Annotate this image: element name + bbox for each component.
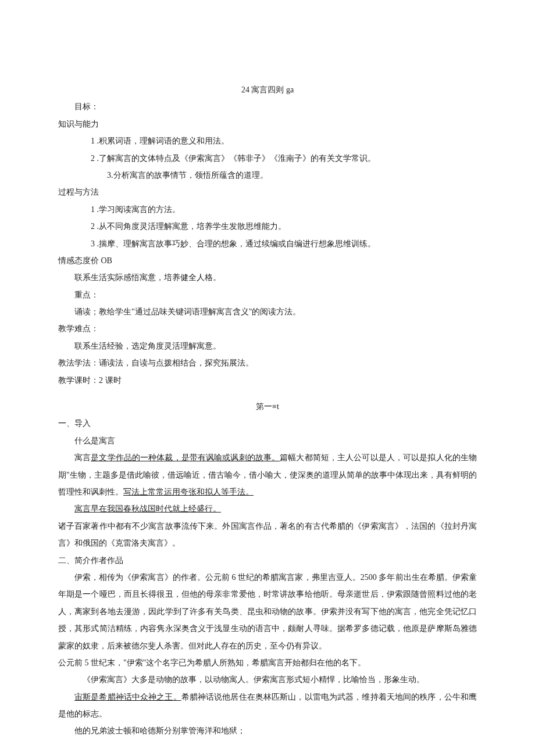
emotion-text: 联系生活实际感悟寓意，培养健全人格。: [58, 269, 477, 286]
knowledge-item: 3.分析寓言的故事情节，领悟所蕴含的道理。: [58, 167, 477, 184]
author-paragraph: 《伊索寓言》大多是动物的故事，以动物寓人。伊索寓言形式短小精悍，比喻恰当，形象生…: [58, 671, 477, 688]
section-knowledge-heading: 知识与能力: [58, 116, 477, 132]
author-label: 二、简介作者作品: [58, 552, 477, 569]
underline-text: 宙斯是希腊神话中众神之王。: [74, 693, 181, 701]
focus-label: 重点：: [58, 286, 477, 303]
process-item: 2 .从不同角度灵活理解寓意，培养学生发散思维能力。: [58, 218, 477, 235]
intro-paragraph: 寓言早在我国春秋战国时代就上经盛行。: [58, 500, 477, 517]
intro-label: 一、导入: [58, 415, 477, 432]
intro-paragraph: 诸子百家著作中都有不少寓言故事流传下来。外国寓言作品，著名的有古代希腊的《伊索寓…: [58, 518, 477, 552]
lesson-heading: 第一≡t: [58, 398, 477, 415]
document-page: 24 寓言四则 ga 目标： 知识与能力 1 .积累词语，理解词语的意义和用法。…: [0, 0, 535, 756]
section-process-heading: 过程与方法: [58, 184, 477, 200]
knowledge-item: 2 .了解寓言的文体特点及《伊索寓言》《韩非子》《淮南子》的有关文学常识。: [58, 150, 477, 167]
process-item: 3 .揣摩、理解寓言故事巧妙、合理的想象，通过续编或自编进行想象思维训练。: [58, 235, 477, 252]
difficulty-label: 教学难点：: [58, 320, 477, 337]
text-fragment: 寓言: [74, 453, 91, 462]
blank-spacer: [58, 389, 477, 398]
author-paragraph: 公元前 5 世纪末，"伊索"这个名字已为希腊人所熟知，希腊寓言开始都归在他的名下…: [58, 654, 477, 671]
document-title: 24 寓言四则 ga: [58, 81, 477, 98]
section-emotion-heading: 情感态度价 OB: [58, 252, 477, 269]
knowledge-item: 1 .积累词语，理解词语的意义和用法。: [58, 132, 477, 149]
underline-text: 写法上常常运用夸张和拟人等手法。: [123, 488, 254, 496]
author-paragraph: 他的兄弟波士顿和哈德斯分别掌管海洋和地狱；: [58, 722, 477, 739]
goal-label: 目标：: [58, 98, 477, 115]
underline-text: 是文学作品的一种体裁，是带有讽喻或讽刺的故事。: [91, 453, 280, 462]
author-paragraph: 宙斯是希腊神话中众神之王。希腊神话说他居住在奥林匹斯山，以雷电为武器，维持着天地…: [58, 689, 477, 723]
intro-paragraph: 寓言是文学作品的一种体裁，是带有讽喻或讽刺的故事。篇幅大都简短，主人公可以是人，…: [58, 449, 477, 500]
focus-text: 诵读；教给学生"通过品味关键词语理解寓言含义"的阅读方法。: [58, 303, 477, 320]
difficulty-text: 联系生活经验，选定角度灵活理解寓意。: [58, 338, 477, 354]
underline-text: 寓言早在我国春秋战国时代就上经盛行。: [74, 504, 221, 513]
period-text: 教学课时：2 课时: [58, 372, 477, 389]
intro-question: 什么是寓言: [58, 432, 477, 449]
process-item: 1 .学习阅读寓言的方法。: [58, 201, 477, 218]
author-paragraph: 伊索，相传为《伊索寓言》的作者。公元前 6 世纪的希腊寓言家，弗里吉亚人。250…: [58, 569, 477, 654]
method-text: 教法学法：诵读法，自读与点拨相结合，探究拓展法。: [58, 354, 477, 371]
